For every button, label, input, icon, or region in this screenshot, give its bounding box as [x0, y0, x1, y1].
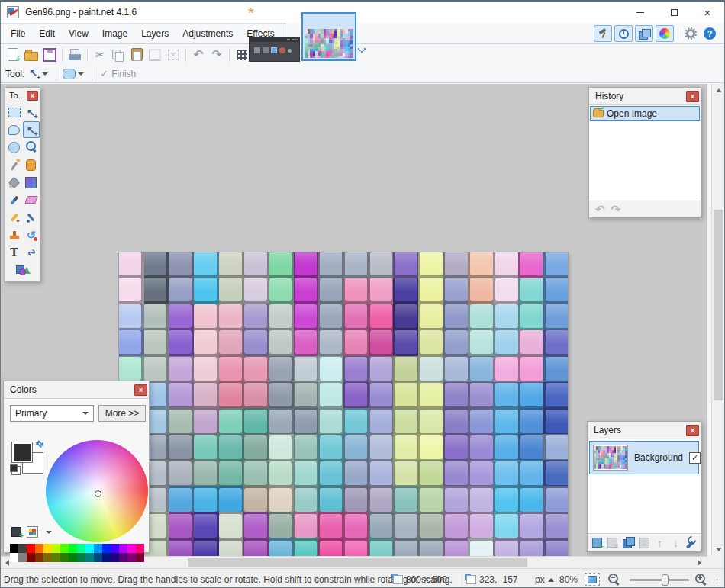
tool-dropdown-caret[interactable]	[42, 72, 48, 76]
palette-swatch[interactable]	[35, 544, 44, 553]
primary-color-swatch[interactable]	[11, 442, 33, 463]
canvas-image[interactable]	[119, 252, 568, 556]
tool-clone-stamp[interactable]	[6, 227, 23, 243]
colors-panel-toggle[interactable]	[656, 25, 674, 42]
tools-panel-toggle[interactable]	[594, 25, 612, 42]
zoom-in-button[interactable]	[694, 573, 707, 586]
palette-swatch[interactable]	[69, 544, 77, 553]
scroll-left-icon[interactable]	[5, 560, 9, 566]
selection-mode-icon[interactable]	[63, 69, 76, 79]
menu-item-image[interactable]: Image	[95, 24, 134, 44]
scroll-right-icon[interactable]	[698, 560, 701, 566]
minimize-button[interactable]	[624, 2, 657, 23]
palette-swatch[interactable]	[77, 544, 85, 553]
add-layer-button[interactable]	[591, 536, 604, 549]
add-recent-color-button[interactable]	[11, 527, 21, 537]
settings-button[interactable]	[682, 25, 699, 42]
palette-swatch[interactable]	[136, 553, 144, 562]
palette-swatch[interactable]	[119, 544, 127, 553]
palette-swatch[interactable]	[127, 544, 136, 553]
tools-panel-close-button[interactable]: x	[27, 91, 38, 101]
menu-item-file[interactable]: File	[4, 24, 32, 44]
palette-swatch[interactable]	[60, 553, 69, 562]
selection-mode-caret[interactable]	[78, 72, 84, 76]
tool-recolor[interactable]	[23, 227, 40, 243]
image-list-chevron-icon[interactable]	[358, 46, 366, 52]
palette-swatch[interactable]	[18, 553, 27, 562]
palette-menu-caret-icon[interactable]	[46, 531, 52, 534]
move-layer-up-button[interactable]	[653, 536, 666, 549]
print-button[interactable]	[66, 47, 84, 63]
tool-paint-bucket[interactable]	[6, 174, 23, 191]
color-wheel-selector[interactable]	[95, 490, 102, 497]
layer-properties-button[interactable]	[685, 536, 698, 549]
close-button[interactable]: ×	[691, 2, 724, 23]
palette-swatch[interactable]	[44, 544, 52, 553]
swap-colors-icon[interactable]: ⇄	[34, 437, 47, 450]
colors-panel-close-button[interactable]: x	[134, 384, 147, 396]
palette-swatch[interactable]	[127, 553, 136, 562]
cut-button[interactable]	[91, 47, 109, 63]
palette-swatch[interactable]	[27, 544, 35, 553]
tool-text[interactable]	[6, 244, 23, 261]
zoom-slider[interactable]	[630, 579, 689, 581]
history-redo-icon[interactable]: ↷	[611, 203, 621, 217]
menu-item-adjustments[interactable]: Adjustments	[176, 24, 240, 44]
color-wheel[interactable]	[46, 440, 148, 542]
vertical-scroll-thumb[interactable]	[714, 210, 723, 400]
tool-zoom[interactable]	[23, 139, 40, 156]
tool-move-selection[interactable]	[23, 121, 40, 138]
layers-panel-toggle[interactable]	[635, 25, 653, 42]
delete-layer-button[interactable]	[607, 536, 620, 549]
scroll-up-icon[interactable]	[716, 88, 722, 92]
palette-swatch[interactable]	[85, 544, 94, 553]
menu-item-view[interactable]: View	[62, 24, 95, 44]
history-panel-close-button[interactable]: x	[686, 91, 699, 102]
palette-swatch[interactable]	[136, 544, 144, 553]
palette-swatch[interactable]	[119, 553, 127, 562]
palette-swatch[interactable]	[111, 553, 119, 562]
move-layer-down-button[interactable]	[669, 536, 682, 549]
history-undo-icon[interactable]: ↶	[595, 203, 605, 217]
layer-visibility-checkbox[interactable]: ✓	[689, 452, 701, 464]
palette-swatch[interactable]	[35, 553, 44, 562]
resize-grip[interactable]: .::	[713, 576, 722, 585]
tool-line-curve[interactable]	[23, 244, 40, 261]
palette-swatch[interactable]	[69, 553, 77, 562]
palette-swatch[interactable]	[111, 544, 119, 553]
tool-magic-wand[interactable]	[6, 156, 23, 173]
palette-swatch[interactable]	[18, 544, 27, 553]
current-tool-icon[interactable]	[27, 68, 40, 80]
palette-menu-button[interactable]	[27, 526, 38, 538]
tool-eraser[interactable]	[23, 191, 40, 208]
zoom-out-button[interactable]	[607, 573, 620, 586]
image-tab-current[interactable]	[301, 12, 356, 61]
colors-more-button[interactable]: More >>	[98, 405, 146, 422]
copy-button[interactable]	[109, 47, 127, 63]
merge-layer-down-button[interactable]	[638, 536, 651, 549]
vertical-scrollbar[interactable]	[711, 84, 724, 556]
layers-panel-close-button[interactable]: x	[686, 425, 699, 436]
duplicate-layer-button[interactable]	[622, 536, 635, 549]
open-button[interactable]	[22, 47, 40, 63]
palette-swatch[interactable]	[94, 553, 102, 562]
color-mode-select[interactable]: Primary	[10, 405, 94, 422]
tool-color-picker[interactable]	[23, 209, 40, 226]
tool-pencil[interactable]	[6, 209, 23, 226]
zoom-level[interactable]: 80%	[559, 574, 578, 585]
palette-swatch[interactable]	[94, 544, 102, 553]
horizontal-scroll-thumb[interactable]	[188, 558, 527, 567]
palette-swatch[interactable]	[85, 553, 94, 562]
palette-swatch[interactable]	[52, 544, 60, 553]
palette-swatch[interactable]	[10, 553, 18, 562]
palette-swatch[interactable]	[27, 553, 35, 562]
menu-item-layers[interactable]: Layers	[134, 24, 176, 44]
crop-button[interactable]	[146, 47, 164, 63]
zoom-slider-thumb[interactable]	[662, 574, 669, 586]
scroll-down-icon[interactable]	[716, 548, 722, 551]
palette-swatch[interactable]	[52, 553, 60, 562]
new-image-button[interactable]	[4, 47, 22, 63]
unit-selector[interactable]: px	[535, 574, 554, 585]
default-colors-widget[interactable]	[10, 464, 18, 472]
finish-button[interactable]: Finish	[111, 69, 136, 79]
